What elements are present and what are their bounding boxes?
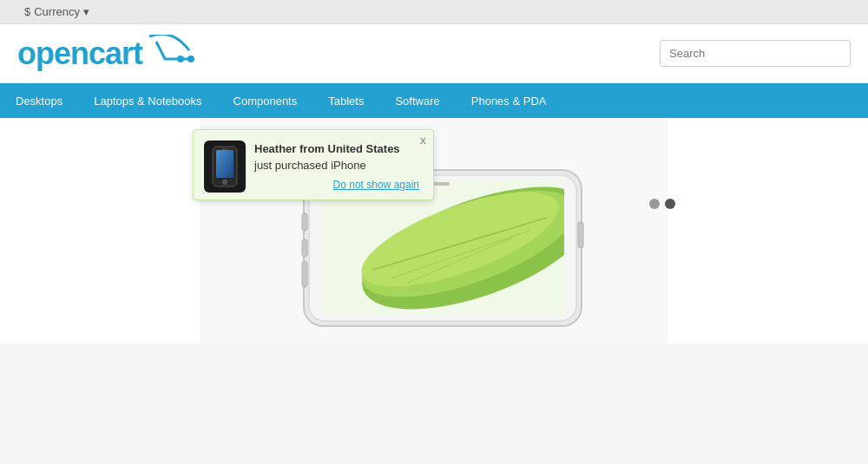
nav-item-software[interactable]: Software	[379, 83, 455, 118]
top-bar: $ Currency ▾	[0, 0, 868, 24]
notification-popup: x Heather from United States	[193, 129, 434, 200]
notification-product-image	[204, 141, 246, 193]
header: opencart	[0, 24, 868, 83]
nav-bar: Desktops Laptops & Notebooks Components …	[0, 83, 868, 118]
svg-rect-15	[302, 213, 307, 231]
logo-text: opencart	[17, 36, 142, 72]
svg-rect-16	[302, 239, 307, 257]
currency-label: Currency	[34, 5, 80, 18]
logo[interactable]: opencart	[17, 35, 195, 72]
search-input[interactable]	[661, 41, 850, 66]
nav-item-laptops[interactable]: Laptops & Notebooks	[78, 83, 217, 118]
currency-symbol: $	[24, 5, 30, 18]
notification-dismiss-link[interactable]: Do not show again	[254, 179, 419, 191]
notification-close-button[interactable]: x	[420, 134, 426, 147]
banner-dot-1[interactable]	[649, 199, 660, 209]
currency-button[interactable]: $ Currency ▾	[17, 2, 96, 22]
svg-point-22	[222, 180, 227, 185]
banner-dots	[649, 199, 675, 209]
svg-rect-21	[216, 150, 233, 178]
logo-cart-icon	[148, 35, 195, 72]
notification-user-name: Heather from United States	[254, 142, 400, 155]
svg-rect-17	[302, 261, 307, 287]
banner-area: x Heather from United States	[0, 118, 868, 343]
nav-item-desktops[interactable]: Desktops	[0, 83, 78, 118]
banner-dot-2[interactable]	[665, 199, 675, 209]
nav-item-components[interactable]: Components	[218, 83, 313, 118]
notification-content: Heather from United States just purchase…	[254, 141, 419, 193]
notification-purchase-text: just purchased iPhone	[254, 159, 366, 172]
currency-dropdown-icon: ▾	[83, 5, 89, 18]
svg-rect-23	[221, 148, 228, 150]
nav-item-phones[interactable]: Phones & PDA	[456, 83, 562, 118]
search-box	[660, 40, 851, 67]
svg-rect-18	[578, 222, 583, 248]
nav-item-tablets[interactable]: Tablets	[312, 83, 379, 118]
